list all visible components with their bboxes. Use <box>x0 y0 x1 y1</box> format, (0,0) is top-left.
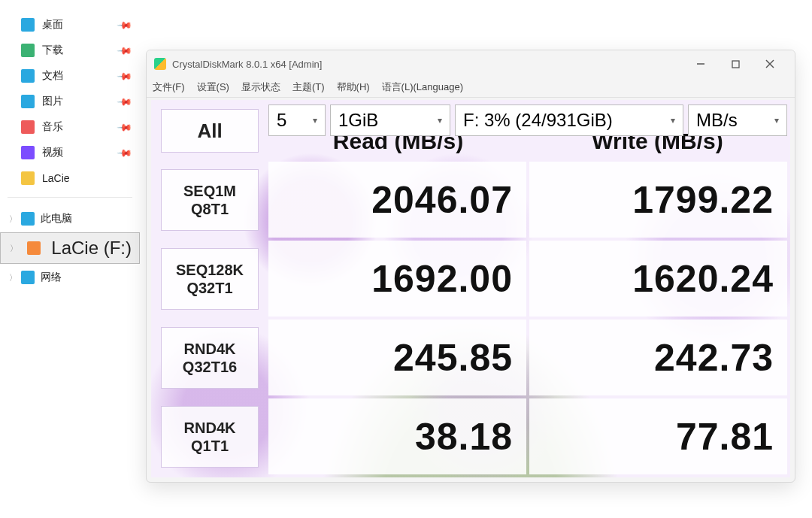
pc-icon <box>21 212 35 226</box>
read-result: 245.85 <box>268 320 526 395</box>
test-name-line2: Q32T16 <box>183 358 237 376</box>
menu-item[interactable]: 主题(T) <box>292 80 325 94</box>
quick-access-label: 视频 <box>42 146 63 159</box>
read-result: 2046.07 <box>268 162 526 238</box>
quick-access-item[interactable]: LaCie <box>0 165 140 191</box>
test-name-line2: Q32T1 <box>186 279 232 297</box>
quick-access-label: 下载 <box>42 44 63 57</box>
chevron-right-icon: 〉 <box>8 243 19 254</box>
quick-access-label: LaCie <box>42 172 70 184</box>
write-result: 1620.24 <box>529 241 787 317</box>
quick-access-item[interactable]: 文档📌 <box>0 63 140 89</box>
quick-access-item[interactable]: 图片📌 <box>0 89 140 114</box>
pin-icon: 📌 <box>117 68 133 84</box>
document-icon <box>21 69 35 83</box>
quick-access-label: 音乐 <box>42 120 63 134</box>
chevron-down-icon: ▾ <box>313 115 317 126</box>
menu-item[interactable]: 文件(F) <box>153 80 185 94</box>
run-test-button[interactable]: SEQ1MQ8T1 <box>161 169 259 231</box>
maximize-button[interactable] <box>718 53 753 75</box>
pin-icon: 📌 <box>117 42 133 59</box>
test-name-line1: RND4K <box>184 340 236 358</box>
nav-label: LaCie (F:) <box>51 238 132 259</box>
read-result: 1692.00 <box>268 241 526 317</box>
quick-access-item[interactable]: 下载📌 <box>0 38 140 63</box>
network-icon <box>21 271 35 284</box>
chevron-right-icon: 〉 <box>8 272 18 283</box>
nav-label: 此电脑 <box>41 212 72 226</box>
run-count-value: 5 <box>277 110 286 131</box>
titlebar[interactable]: CrystalDiskMark 8.0.1 x64 [Admin] <box>147 50 795 77</box>
chevron-down-icon: ▾ <box>671 115 675 126</box>
quick-access-item[interactable]: 音乐📌 <box>0 114 140 140</box>
run-test-button[interactable]: RND4KQ32T16 <box>161 327 259 389</box>
test-name-line2: Q1T1 <box>191 437 229 455</box>
run-count-select[interactable]: 5▾ <box>268 105 326 136</box>
quick-access-label: 图片 <box>42 95 63 108</box>
write-result: 1799.22 <box>529 162 787 238</box>
svg-rect-1 <box>732 61 739 68</box>
test-size-select[interactable]: 1GiB▾ <box>330 105 450 136</box>
test-name-line1: SEQ1M <box>183 182 236 200</box>
desktop-icon <box>21 18 35 32</box>
run-all-button[interactable]: All <box>161 109 259 153</box>
benchmark-panel: All 5▾ 1GiB▾ F: 3% (24/931GiB)▾ MB/s▾ <box>151 100 790 477</box>
chevron-right-icon: 〉 <box>8 214 18 225</box>
chevron-down-icon: ▾ <box>774 115 779 126</box>
separator <box>8 197 132 198</box>
nav-label: 网络 <box>41 271 62 284</box>
menubar: 文件(F)设置(S)显示状态主题(T)帮助(H)语言(L)(Language) <box>147 77 795 98</box>
folder-icon <box>21 171 35 185</box>
download-icon <box>21 44 35 57</box>
menu-item[interactable]: 语言(L)(Language) <box>382 80 463 94</box>
drive-icon <box>27 241 41 255</box>
unit-value: MB/s <box>696 110 738 131</box>
pin-icon: 📌 <box>117 93 133 110</box>
crystaldiskmark-window: CrystalDiskMark 8.0.1 x64 [Admin] 文件(F)设… <box>146 50 795 483</box>
pin-icon: 📌 <box>117 144 133 161</box>
app-icon <box>154 58 166 70</box>
read-result: 38.18 <box>268 398 526 474</box>
test-name-line1: RND4K <box>184 419 236 437</box>
nav-item[interactable]: 〉网络 <box>0 264 140 291</box>
quick-access-item[interactable]: 桌面📌 <box>0 12 140 38</box>
quick-access-label: 文档 <box>42 69 63 83</box>
target-drive-value: F: 3% (24/931GiB) <box>463 110 613 131</box>
run-test-button[interactable]: SEQ128KQ32T1 <box>161 248 259 310</box>
pin-icon: 📌 <box>117 17 133 33</box>
test-size-value: 1GiB <box>338 110 378 131</box>
music-icon <box>21 120 35 134</box>
quick-access-label: 桌面 <box>42 18 63 32</box>
write-result: 242.73 <box>529 320 787 395</box>
pin-icon: 📌 <box>117 119 133 135</box>
video-icon <box>21 146 35 159</box>
image-icon <box>21 95 35 108</box>
test-name-line2: Q8T1 <box>191 200 229 218</box>
menu-item[interactable]: 设置(S) <box>197 80 229 94</box>
unit-select[interactable]: MB/s▾ <box>688 105 787 136</box>
chevron-down-icon: ▾ <box>438 115 442 126</box>
nav-item[interactable]: 〉LaCie (F:) <box>0 232 140 264</box>
test-name-line1: SEQ128K <box>176 261 244 279</box>
menu-item[interactable]: 帮助(H) <box>337 80 370 94</box>
target-drive-select[interactable]: F: 3% (24/931GiB)▾ <box>455 105 683 136</box>
run-test-button[interactable]: RND4KQ1T1 <box>161 406 259 468</box>
explorer-sidebar: 桌面📌下载📌文档📌图片📌音乐📌视频📌LaCie 〉此电脑〉LaCie (F:)〉… <box>0 0 140 518</box>
close-button[interactable] <box>753 53 787 75</box>
write-result: 77.81 <box>529 398 787 474</box>
nav-item[interactable]: 〉此电脑 <box>0 205 140 232</box>
minimize-button[interactable] <box>683 53 718 75</box>
quick-access-item[interactable]: 视频📌 <box>0 140 140 165</box>
window-title: CrystalDiskMark 8.0.1 x64 [Admin] <box>172 59 683 70</box>
menu-item[interactable]: 显示状态 <box>241 80 280 94</box>
